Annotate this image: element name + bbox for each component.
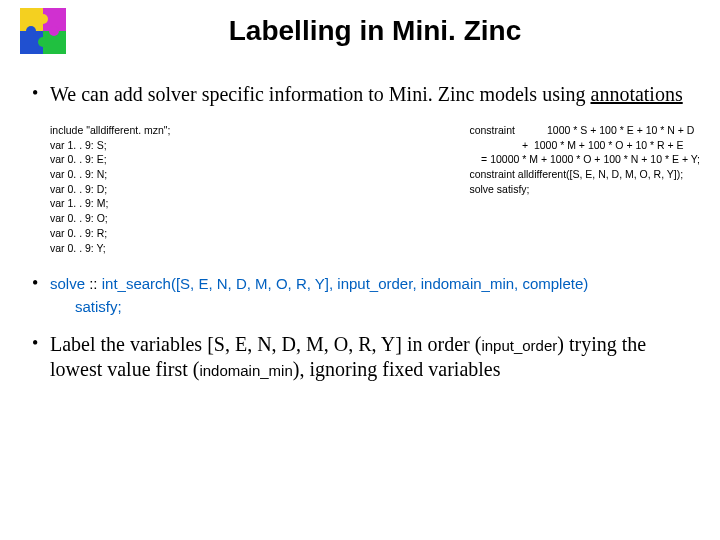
slide-header: Labelling in Mini. Zinc [20,8,700,54]
code-line: constraint alldifferent([S, E, N, D, M, … [469,167,700,182]
bullet-explain: Label the variables [S, E, N, D, M, O, R… [50,332,700,382]
svg-point-6 [38,37,48,47]
inline-code-indomain-min: indomain_min [199,362,292,379]
code-line: var 0. . 9: N; [50,167,171,182]
bullet-intro-text: We can add solver specific information t… [50,83,591,105]
svg-point-7 [26,26,36,36]
code-line: var 0. . 9: O; [50,211,171,226]
code-line: constraint 1000 * S + 100 * E + 10 * N +… [469,123,700,138]
keyword-satisfy: satisfy; [75,298,122,315]
inline-code-input-order: input_order [481,337,557,354]
text-seg: Label the variables [S, E, N, D, M, O, R… [50,333,481,355]
bullet-intro-underlined: annotations [591,83,683,105]
double-colon: :: [85,275,102,292]
code-line: var 1. . 9: M; [50,196,171,211]
solve-annotation-text: solve :: int_search([S, E, N, D, M, O, R… [50,273,588,318]
code-left-column: include "alldifferent. mzn"; var 1. . 9:… [50,123,171,255]
code-line: = 10000 * M + 1000 * O + 100 * N + 10 * … [469,152,700,167]
slide-title: Labelling in Mini. Zinc [50,15,700,47]
code-line: include "alldifferent. mzn"; [50,123,171,138]
code-right-column: constraint 1000 * S + 100 * E + 10 * N +… [469,123,700,255]
solve-annotation-row: • solve :: int_search([S, E, N, D, M, O,… [20,273,700,318]
code-block: include "alldifferent. mzn"; var 1. . 9:… [20,123,700,255]
code-line: var 0. . 9: D; [50,182,171,197]
bullet-intro: We can add solver specific information t… [50,82,700,107]
code-line: solve satisfy; [469,182,700,197]
bullet-list-2: Label the variables [S, E, N, D, M, O, R… [20,332,700,382]
code-line: var 0. . 9: R; [50,226,171,241]
code-line: var 0. . 9: E; [50,152,171,167]
text-seg: ), ignoring fixed variables [293,358,501,380]
bullet-marker: • [32,273,50,294]
code-line: var 0. . 9: Y; [50,241,171,256]
keyword-solve: solve [50,275,85,292]
svg-point-4 [38,14,48,24]
bullet-list: We can add solver specific information t… [20,82,700,107]
int-search-call: int_search([S, E, N, D, M, O, R, Y], inp… [102,275,589,292]
code-line: var 1. . 9: S; [50,138,171,153]
code-line: + 1000 * M + 100 * O + 10 * R + E [469,138,700,153]
